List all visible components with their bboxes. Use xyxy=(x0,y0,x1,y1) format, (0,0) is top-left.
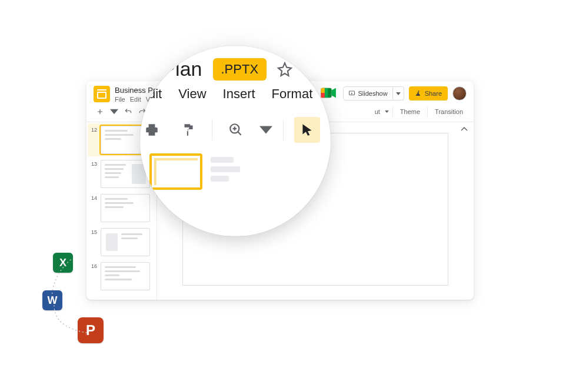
zoom-select-tool[interactable] xyxy=(294,117,320,143)
thumb-number: 12 xyxy=(90,126,97,133)
collapse-panel-icon[interactable] xyxy=(461,126,468,133)
account-avatar[interactable] xyxy=(452,86,467,100)
slideshow-button-group: Slideshow xyxy=(343,86,404,100)
share-button[interactable]: Share xyxy=(409,86,448,100)
zoom-print-button[interactable] xyxy=(140,117,165,143)
thumb-row[interactable]: 15 xyxy=(90,228,153,256)
new-slide-button[interactable] xyxy=(94,105,106,118)
zoom-next-thumbnail xyxy=(211,153,244,182)
file-format-badge: .PPTX xyxy=(213,58,267,81)
zoom-menu-insert[interactable]: Insert xyxy=(223,86,255,102)
slideshow-button[interactable]: Slideshow xyxy=(343,86,393,100)
star-icon[interactable] xyxy=(277,62,292,77)
zoom-menu-format[interactable]: Format xyxy=(272,86,313,102)
menu-file[interactable]: File xyxy=(115,96,125,103)
slideshow-dropdown[interactable] xyxy=(393,86,404,100)
thumb-number: 13 xyxy=(90,160,97,167)
new-slide-dropdown[interactable] xyxy=(108,105,121,118)
theme-button[interactable]: Theme xyxy=(397,106,424,118)
zoom-zoom-button[interactable] xyxy=(223,117,249,143)
transition-button[interactable]: Transition xyxy=(431,106,467,118)
slides-logo-icon[interactable] xyxy=(94,86,110,102)
zoom-active-thumbnail[interactable] xyxy=(149,153,202,190)
zoom-paint-format-button[interactable] xyxy=(175,117,201,143)
slideshow-label: Slideshow xyxy=(358,90,388,97)
chevron-down-icon xyxy=(385,110,389,113)
layout-button-truncated[interactable]: ut xyxy=(371,106,384,118)
zoom-magnifier: ss Plan .PPTX dit View Insert Format xyxy=(140,46,331,236)
share-label: Share xyxy=(425,90,442,97)
thumb-number: 14 xyxy=(90,194,97,201)
zoom-zoom-dropdown[interactable] xyxy=(259,117,272,143)
thumb-number: 15 xyxy=(90,228,97,235)
zoom-menu-view[interactable]: View xyxy=(178,86,206,102)
connector-lines xyxy=(41,253,112,347)
slide-thumbnail[interactable] xyxy=(101,228,150,256)
